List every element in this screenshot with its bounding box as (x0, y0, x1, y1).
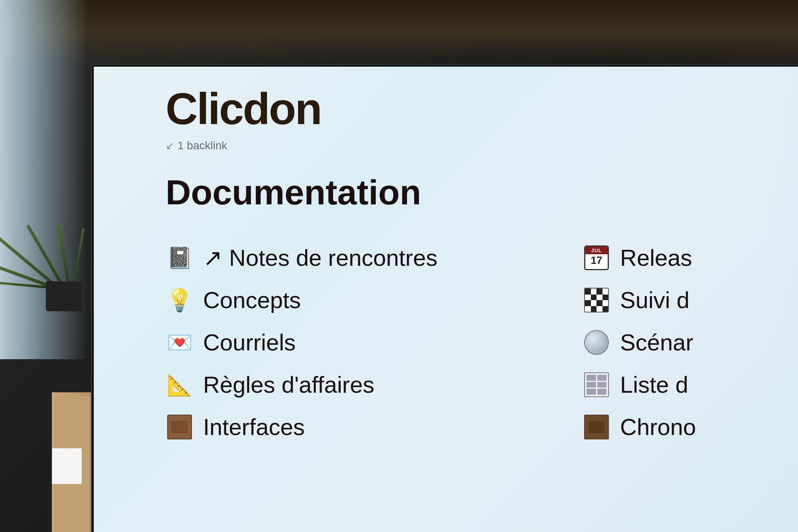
notebook-with-arrow-icon: 📓 (166, 244, 194, 272)
checkerboard-icon (583, 286, 610, 314)
triangle-ruler-icon: 📐 (166, 371, 194, 399)
doc-item-label-concepts: Concepts (203, 287, 301, 313)
calendar-date: 17 (591, 255, 602, 265)
two-column-layout: 📓 ↗ Notes de rencontres 💡 Concepts 💌 (166, 237, 774, 448)
right-item-label-releases: Releas (620, 245, 692, 271)
right-item-releases[interactable]: JUL 17 Releas (583, 237, 782, 279)
brick-blocks-icon (583, 371, 610, 399)
screen-content: Clicdon ↙ 1 backlink Documentation 📓 ↗ N… (142, 79, 798, 532)
doc-item-label-courriels: Courriels (203, 330, 296, 355)
right-item-label-liste: Liste d (620, 372, 688, 398)
globe-sphere-icon (583, 328, 610, 356)
shelf-note (52, 448, 82, 484)
right-item-label-chrono: Chrono (620, 414, 696, 440)
doc-item-regles[interactable]: 📐 Règles d'affaires (166, 364, 437, 406)
right-item-suivi[interactable]: Suivi d (583, 279, 782, 321)
box-package-icon (166, 413, 194, 441)
section-heading: Documentation (166, 172, 774, 213)
backlink-icon: ↙ (166, 140, 174, 152)
doc-item-interfaces[interactable]: Interfaces (166, 406, 437, 448)
doc-item-notes-rencontres[interactable]: 📓 ↗ Notes de rencontres (166, 237, 437, 279)
right-item-label-suivi: Suivi d (620, 287, 689, 313)
right-item-scenarios[interactable]: Scénar (583, 321, 782, 364)
heart-envelope-icon: 💌 (166, 328, 194, 356)
plant-pot (46, 281, 82, 311)
calendar-month: JUL (585, 247, 608, 254)
doc-item-concepts[interactable]: 💡 Concepts (166, 279, 437, 321)
doc-item-courriels[interactable]: 💌 Courriels (166, 321, 437, 364)
backlink-text: 1 backlink (178, 139, 227, 152)
right-item-liste[interactable]: Liste d (583, 364, 782, 406)
right-item-label-scenarios: Scénar (620, 330, 693, 355)
calendar-17-icon: JUL 17 (583, 244, 610, 272)
lightbulb-icon: 💡 (166, 286, 194, 314)
backlink-row[interactable]: ↙ 1 backlink (166, 139, 774, 152)
screen: Clicdon ↙ 1 backlink Documentation 📓 ↗ N… (94, 67, 798, 532)
page-title-area: Clicdon ↙ 1 backlink (166, 87, 774, 152)
doc-list: 📓 ↗ Notes de rencontres 💡 Concepts 💌 (166, 237, 437, 448)
doc-item-label-notes: ↗ Notes de rencontres (203, 245, 437, 271)
doc-item-label-regles: Règles d'affaires (203, 372, 374, 398)
right-item-chrono[interactable]: Chrono (583, 406, 782, 448)
doc-item-label-interfaces: Interfaces (203, 414, 305, 440)
box-brown-icon (583, 413, 610, 441)
page-title: Clicdon (166, 87, 774, 131)
room-ceiling (0, 0, 798, 64)
right-column: JUL 17 Releas (583, 237, 782, 448)
